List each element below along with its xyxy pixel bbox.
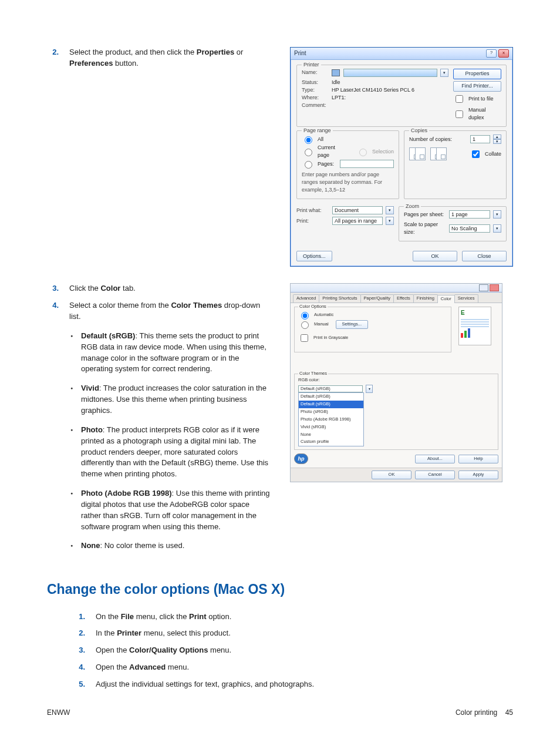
close-icon[interactable] [490,284,499,291]
step-3-text: Click the Color tab. [69,283,136,294]
t: Collate [485,150,501,158]
t: : No color theme is used. [100,541,185,550]
t: On the [96,612,121,621]
group-page-range: Page range [302,127,333,135]
mac-step-2-number: 2. [73,628,85,639]
group-color-themes: Color Themes [298,371,328,377]
t: All [318,136,323,143]
apply-button[interactable]: Apply [458,471,498,479]
tab-finishing[interactable]: Finishing [413,294,438,303]
value-where: LPT1: [332,94,346,102]
t: Print [189,612,207,621]
list-item[interactable]: None [299,431,363,439]
label-pps: Pages per sheet: [404,211,444,219]
t: Print to file [468,95,494,103]
rgb-color-dropdown-list[interactable]: Default (sRGB) Default (sRGB) Photo (sRG… [298,392,364,446]
mac-step-4-number: 4. [73,662,85,673]
list-item[interactable]: Photo (Adobe RGB 1998) [299,416,363,424]
spinner-down-icon[interactable]: ▾ [493,139,501,144]
value-type: HP LaserJet CM1410 Series PCL 6 [332,86,414,94]
t: Select the product, and then click the [69,48,197,56]
chevron-down-icon[interactable]: ▾ [386,217,394,225]
t: button. [113,59,138,68]
manual-duplex-checkbox[interactable]: Manual duplex [453,106,501,122]
t: File [121,612,134,621]
label-comment: Comment: [302,102,328,109]
print-what-select[interactable]: Document [332,206,383,214]
radio-manual[interactable]: Manual [298,320,329,329]
collate-checkbox[interactable]: Collate [470,149,501,160]
step-4-number: 4. [47,300,59,322]
t: Pages: [318,160,334,168]
print-to-file-checkbox[interactable]: Print to file [453,93,501,105]
mac-step-4-text: Open the Advanced menu. [96,662,189,673]
pages-input[interactable] [340,160,394,168]
t: Advanced [129,663,166,671]
bullet-adobe: Photo (Adobe RGB 1998): Use this theme w… [69,488,270,532]
step-2-number: 2. [47,47,59,69]
cancel-button[interactable]: Cancel [415,471,455,479]
rgb-color-select[interactable]: Default (sRGB) [298,385,363,392]
t: Automatic [314,312,333,318]
mac-step-3-text: Open the Color/Quality Options menu. [96,645,231,656]
radio-all[interactable]: All [302,135,394,144]
radio-selection: Selection [356,147,394,156]
bullet-none: None: No color theme is used. [69,540,270,552]
tab-color[interactable]: Color [437,295,455,303]
ok-button[interactable]: OK [372,471,411,479]
value-status: Idle [332,79,340,86]
print-select[interactable]: All pages in range [332,217,383,225]
settings-button[interactable]: Settings... [336,320,368,329]
tab-services[interactable]: Services [454,294,478,303]
list-item[interactable]: Default (sRGB) [299,401,363,408]
t: or [234,48,243,56]
list-item[interactable]: Vivid (sRGB) [299,424,363,431]
mac-step-1-text: On the File menu, click the Print option… [96,611,231,623]
printer-name-select[interactable] [343,69,437,77]
minimize-icon[interactable] [479,284,488,291]
close-icon[interactable]: x [498,49,509,58]
tab-advanced[interactable]: Advanced [293,294,319,303]
mac-step-5-text: Adjust the individual settings for text,… [96,679,314,690]
tab-effects[interactable]: Effects [393,294,414,303]
close-button[interactable]: Close [462,251,507,261]
label-print: Print: [296,217,329,225]
t: Properties [197,48,234,56]
chevron-down-icon[interactable]: ▾ [493,210,501,219]
radio-automatic[interactable]: Automatic [298,310,447,320]
tab-printing-shortcuts[interactable]: Printing Shortcuts [319,294,360,303]
t: Printer [117,629,141,637]
find-printer-button[interactable]: Find Printer... [453,81,501,92]
pages-per-sheet-select[interactable]: 1 page [449,210,490,219]
about-button[interactable]: About... [415,455,455,463]
tab-paper-quality[interactable]: Paper/Quality [360,294,394,303]
chevron-down-icon[interactable]: ▾ [493,224,501,233]
radio-current[interactable]: Current page [302,144,342,159]
chevron-down-icon[interactable]: ▾ [366,385,373,393]
t: None [81,541,100,550]
t: In the [96,629,117,637]
properties-button[interactable]: Properties [453,69,501,79]
page-preview-icon: E [458,307,491,345]
t: Manual duplex [468,106,501,122]
chevron-down-icon[interactable]: ▾ [440,69,448,77]
bullet-vivid: Vivid: The product increases the color s… [69,383,270,416]
footer-left: ENWW [47,708,70,718]
t: Photo [81,425,103,434]
list-item[interactable]: Photo (sRGB) [299,408,363,416]
t: Color [100,284,120,293]
ok-button[interactable]: OK [413,251,457,261]
list-item[interactable]: Default (sRGB) [299,393,363,401]
scale-to-size-select[interactable]: No Scaling [449,224,490,233]
copies-input[interactable]: 1 [470,135,490,143]
label-rgb-color: RGB color: [298,377,494,384]
radio-pages[interactable]: Pages: [302,159,394,169]
help-button[interactable]: Help [458,455,498,463]
help-icon[interactable]: ? [486,49,497,58]
list-item[interactable]: Custom profile [299,438,363,446]
chevron-down-icon[interactable]: ▾ [386,206,394,214]
options-button[interactable]: Options... [296,251,332,261]
t: Manual [314,321,329,328]
grayscale-checkbox[interactable]: Print in Grayscale [298,332,447,344]
label-print-what: Print what: [296,207,329,214]
